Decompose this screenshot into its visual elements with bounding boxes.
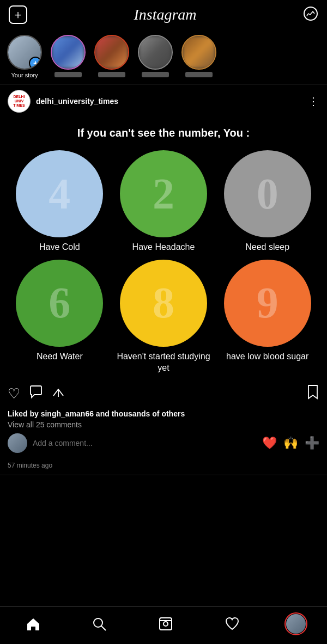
likes-user[interactable]: singh_aman66 [41, 409, 94, 418]
profile-avatar [286, 614, 306, 634]
circle-number-5: 9 [257, 278, 278, 328]
circle-label-4: Haven't started studying yet [114, 351, 214, 374]
story-item-1[interactable] [49, 35, 87, 78]
comment-avatar-image [8, 433, 27, 453]
plus-icon: ＋ [12, 7, 24, 23]
share-icon [52, 385, 66, 399]
post-meta: Liked by singh_aman66 and thousands of o… [0, 408, 327, 459]
circle-number-1: 2 [153, 169, 174, 219]
post-username[interactable]: delhi_university_times [36, 97, 118, 106]
circle-label-3: Need Water [37, 351, 83, 363]
post-title: If you can't see the number, You : [5, 127, 322, 139]
your-story-avatar[interactable] [7, 35, 42, 70]
story-label-4 [185, 72, 213, 77]
nav-profile[interactable] [284, 612, 307, 635]
likes-prefix: Liked by [8, 409, 41, 418]
post-header-left: DELHIUNIVTIMES delhi_university_times [8, 90, 118, 113]
comment-emoji-row: ❤️ 🙌 ➕ [262, 436, 319, 450]
search-icon [92, 616, 107, 631]
circle-dark-green: 6 [16, 260, 103, 347]
bottom-nav [0, 606, 327, 644]
likes-suffix: and [94, 409, 112, 418]
likes-text: Liked by singh_aman66 and thousands of o… [8, 409, 319, 418]
post-actions: ♡ [0, 379, 327, 408]
circle-label-1: Have Headache [132, 242, 195, 253]
post-content: If you can't see the number, You : 4 Hav… [0, 118, 327, 379]
story-item-2[interactable] [93, 35, 131, 78]
nav-home[interactable] [20, 614, 47, 634]
post-header: DELHIUNIVTIMES delhi_university_times ⋮ [0, 84, 327, 118]
messenger-button[interactable] [303, 6, 318, 23]
app-header: ＋ Instagram [0, 0, 327, 29]
story-avatar-4[interactable] [181, 35, 216, 70]
your-avatar-image [8, 36, 41, 69]
your-story-label: Your story [11, 72, 38, 78]
heart-icon [225, 616, 240, 631]
story-image-2 [95, 36, 128, 69]
reels-icon [158, 616, 173, 631]
svg-rect-3 [160, 618, 172, 630]
hands-emoji[interactable]: 🙌 [283, 436, 298, 450]
post-more-button[interactable]: ⋮ [308, 95, 319, 108]
comment-button[interactable] [29, 385, 43, 403]
story-image-4 [183, 36, 215, 69]
circle-cell-2: 0 Need sleep [217, 150, 317, 253]
story-image-3 [139, 36, 172, 69]
view-comments[interactable]: View all 25 comments [8, 420, 319, 429]
nav-heart[interactable] [219, 614, 246, 634]
messenger-icon [303, 6, 318, 21]
story-label-3 [142, 72, 169, 77]
circle-number-0: 4 [49, 169, 70, 219]
post-avatar-image: DELHIUNIVTIMES [13, 95, 25, 107]
post-actions-left: ♡ [8, 385, 66, 403]
circle-number-3: 6 [49, 278, 70, 328]
circle-cell-4: 8 Haven't started studying yet [114, 260, 214, 374]
story-label-1 [55, 72, 82, 77]
nav-search[interactable] [86, 614, 113, 634]
circle-yellow: 8 [120, 260, 207, 347]
heart-emoji[interactable]: ❤️ [262, 436, 277, 450]
story-image-1 [52, 36, 84, 69]
circle-number-2: 0 [257, 169, 278, 219]
comment-input[interactable] [33, 439, 257, 447]
comment-icon [29, 385, 43, 399]
svg-point-4 [164, 622, 168, 626]
comment-row: ❤️ 🙌 ➕ [8, 433, 319, 453]
story-avatar-1[interactable] [51, 35, 86, 70]
circle-label-0: Have Cold [39, 242, 80, 253]
story-label-2 [98, 72, 125, 77]
circle-cell-3: 6 Need Water [10, 260, 110, 374]
circle-cell-1: 2 Have Headache [114, 150, 214, 253]
svg-point-1 [94, 618, 102, 627]
post-avatar[interactable]: DELHIUNIVTIMES [8, 90, 31, 113]
circle-green: 2 [120, 150, 207, 237]
new-post-button[interactable]: ＋ [9, 5, 27, 24]
your-story-item[interactable]: Your story [5, 35, 44, 78]
circle-label-2: Need sleep [245, 242, 289, 253]
circle-cell-0: 4 Have Cold [10, 150, 110, 253]
circle-cell-5: 9 have low blood sugar [217, 260, 317, 374]
add-emoji[interactable]: ➕ [305, 436, 319, 450]
comment-avatar [8, 433, 27, 453]
story-item-3[interactable] [136, 35, 174, 78]
bookmark-icon [306, 384, 319, 400]
circle-gray: 0 [224, 150, 311, 237]
circles-grid: 4 Have Cold 2 Have Headache 0 Need sleep… [5, 150, 322, 373]
post-timestamp: 57 minutes ago [0, 459, 327, 475]
circle-orange: 9 [224, 260, 311, 347]
circle-label-5: have low blood sugar [226, 351, 308, 363]
app-title: Instagram [134, 6, 196, 23]
nav-reels[interactable] [152, 614, 179, 634]
home-icon [26, 616, 41, 631]
post: DELHIUNIVTIMES delhi_university_times ⋮ … [0, 84, 327, 475]
story-item-4[interactable] [180, 35, 218, 78]
stories-section: Your story [0, 29, 327, 84]
circle-blue: 4 [16, 150, 103, 237]
like-button[interactable]: ♡ [8, 385, 20, 402]
story-avatar-2[interactable] [94, 35, 129, 70]
likes-others: thousands of others [112, 409, 185, 418]
story-avatar-3[interactable] [138, 35, 173, 70]
bookmark-button[interactable] [306, 384, 319, 403]
share-button[interactable] [52, 385, 66, 403]
svg-line-2 [101, 626, 106, 630]
